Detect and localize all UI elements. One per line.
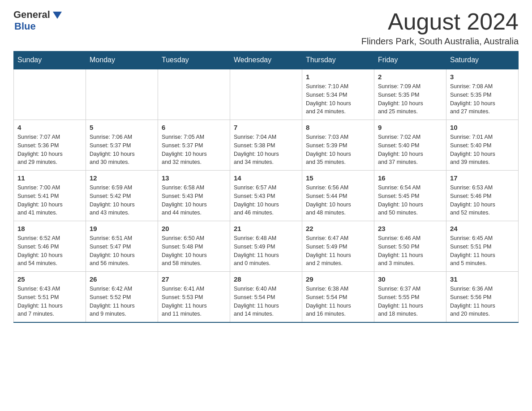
day-info: Sunrise: 6:48 AMSunset: 5:49 PMDaylight:… (234, 234, 298, 268)
day-number: 30 (378, 275, 442, 283)
calendar-cell: 9Sunrise: 7:02 AMSunset: 5:40 PMDaylight… (374, 120, 446, 171)
day-number: 13 (162, 174, 226, 182)
calendar-cell: 16Sunrise: 6:54 AMSunset: 5:45 PMDayligh… (374, 171, 446, 221)
logo: General Blue (13, 9, 62, 32)
day-info: Sunrise: 6:36 AMSunset: 5:56 PMDaylight:… (450, 285, 515, 318)
day-number: 9 (378, 124, 442, 131)
day-info: Sunrise: 6:37 AMSunset: 5:55 PMDaylight:… (378, 285, 442, 318)
calendar-cell: 28Sunrise: 6:40 AMSunset: 5:54 PMDayligh… (230, 272, 302, 323)
day-info: Sunrise: 6:57 AMSunset: 5:43 PMDaylight:… (234, 184, 298, 217)
day-info: Sunrise: 6:42 AMSunset: 5:52 PMDaylight:… (90, 285, 154, 318)
day-info: Sunrise: 7:07 AMSunset: 5:36 PMDaylight:… (17, 133, 82, 167)
calendar-cell (230, 69, 302, 120)
day-info: Sunrise: 7:06 AMSunset: 5:37 PMDaylight:… (90, 133, 154, 167)
day-info: Sunrise: 6:53 AMSunset: 5:46 PMDaylight:… (450, 184, 515, 217)
day-info: Sunrise: 6:56 AMSunset: 5:44 PMDaylight:… (306, 184, 370, 217)
calendar-cell: 23Sunrise: 6:46 AMSunset: 5:50 PMDayligh… (374, 221, 446, 272)
day-info: Sunrise: 7:09 AMSunset: 5:35 PMDaylight:… (378, 82, 442, 116)
day-number: 3 (450, 73, 515, 81)
day-info: Sunrise: 6:41 AMSunset: 5:53 PMDaylight:… (162, 285, 226, 318)
day-number: 1 (306, 73, 370, 81)
day-number: 12 (90, 174, 154, 182)
day-number: 24 (450, 225, 515, 232)
day-number: 25 (17, 275, 82, 283)
day-info: Sunrise: 7:03 AMSunset: 5:39 PMDaylight:… (306, 133, 370, 167)
calendar-cell: 29Sunrise: 6:38 AMSunset: 5:54 PMDayligh… (302, 272, 374, 323)
calendar-cell: 15Sunrise: 6:56 AMSunset: 5:44 PMDayligh… (302, 171, 374, 221)
calendar-cell: 20Sunrise: 6:50 AMSunset: 5:48 PMDayligh… (158, 221, 230, 272)
day-info: Sunrise: 6:52 AMSunset: 5:46 PMDaylight:… (17, 234, 82, 268)
day-number: 19 (90, 225, 154, 232)
day-number: 27 (162, 275, 226, 283)
calendar-cell (14, 69, 86, 120)
day-info: Sunrise: 6:51 AMSunset: 5:47 PMDaylight:… (90, 234, 154, 268)
day-info: Sunrise: 6:43 AMSunset: 5:51 PMDaylight:… (17, 285, 82, 318)
day-number: 4 (17, 124, 82, 131)
calendar-header-row: SundayMondayTuesdayWednesdayThursdayFrid… (14, 51, 519, 69)
calendar-week-row: 18Sunrise: 6:52 AMSunset: 5:46 PMDayligh… (14, 221, 519, 272)
day-info: Sunrise: 7:10 AMSunset: 5:34 PMDaylight:… (306, 82, 370, 116)
calendar-cell: 26Sunrise: 6:42 AMSunset: 5:52 PMDayligh… (86, 272, 158, 323)
calendar-cell: 31Sunrise: 6:36 AMSunset: 5:56 PMDayligh… (446, 272, 519, 323)
calendar-cell: 11Sunrise: 7:00 AMSunset: 5:41 PMDayligh… (14, 171, 86, 221)
logo-triangle-icon (53, 12, 62, 19)
day-number: 7 (234, 124, 298, 131)
calendar-cell: 30Sunrise: 6:37 AMSunset: 5:55 PMDayligh… (374, 272, 446, 323)
calendar-week-row: 11Sunrise: 7:00 AMSunset: 5:41 PMDayligh… (14, 171, 519, 221)
day-info: Sunrise: 6:47 AMSunset: 5:49 PMDaylight:… (306, 234, 370, 268)
calendar-week-row: 1Sunrise: 7:10 AMSunset: 5:34 PMDaylight… (14, 69, 519, 120)
calendar-cell: 4Sunrise: 7:07 AMSunset: 5:36 PMDaylight… (14, 120, 86, 171)
calendar-cell: 25Sunrise: 6:43 AMSunset: 5:51 PMDayligh… (14, 272, 86, 323)
weekday-header-tuesday: Tuesday (158, 51, 230, 69)
day-number: 5 (90, 124, 154, 131)
calendar-cell: 13Sunrise: 6:58 AMSunset: 5:43 PMDayligh… (158, 171, 230, 221)
day-info: Sunrise: 7:00 AMSunset: 5:41 PMDaylight:… (17, 184, 82, 217)
weekday-header-monday: Monday (86, 51, 158, 69)
weekday-header-thursday: Thursday (302, 51, 374, 69)
calendar-cell: 2Sunrise: 7:09 AMSunset: 5:35 PMDaylight… (374, 69, 446, 120)
day-number: 17 (450, 174, 515, 182)
day-number: 28 (234, 275, 298, 283)
calendar-cell: 5Sunrise: 7:06 AMSunset: 5:37 PMDaylight… (86, 120, 158, 171)
page-header: General Blue August 2024 Flinders Park, … (13, 9, 519, 47)
day-info: Sunrise: 6:54 AMSunset: 5:45 PMDaylight:… (378, 184, 442, 217)
calendar-cell: 10Sunrise: 7:01 AMSunset: 5:40 PMDayligh… (446, 120, 519, 171)
logo-blue-text: Blue (14, 21, 36, 32)
day-number: 8 (306, 124, 370, 131)
day-number: 10 (450, 124, 515, 131)
day-info: Sunrise: 6:40 AMSunset: 5:54 PMDaylight:… (234, 285, 298, 318)
day-info: Sunrise: 7:04 AMSunset: 5:38 PMDaylight:… (234, 133, 298, 167)
calendar-cell: 8Sunrise: 7:03 AMSunset: 5:39 PMDaylight… (302, 120, 374, 171)
logo-general-text: General (13, 9, 50, 21)
day-number: 21 (234, 225, 298, 232)
calendar-cell: 27Sunrise: 6:41 AMSunset: 5:53 PMDayligh… (158, 272, 230, 323)
calendar-cell (158, 69, 230, 120)
day-number: 31 (450, 275, 515, 283)
day-number: 20 (162, 225, 226, 232)
calendar-cell: 12Sunrise: 6:59 AMSunset: 5:42 PMDayligh… (86, 171, 158, 221)
day-info: Sunrise: 6:58 AMSunset: 5:43 PMDaylight:… (162, 184, 226, 217)
calendar-cell: 22Sunrise: 6:47 AMSunset: 5:49 PMDayligh… (302, 221, 374, 272)
weekday-header-sunday: Sunday (14, 51, 86, 69)
day-number: 11 (17, 174, 82, 182)
day-info: Sunrise: 6:38 AMSunset: 5:54 PMDaylight:… (306, 285, 370, 318)
calendar-cell: 7Sunrise: 7:04 AMSunset: 5:38 PMDaylight… (230, 120, 302, 171)
day-number: 14 (234, 174, 298, 182)
day-info: Sunrise: 6:45 AMSunset: 5:51 PMDaylight:… (450, 234, 515, 268)
day-number: 29 (306, 275, 370, 283)
calendar-cell: 17Sunrise: 6:53 AMSunset: 5:46 PMDayligh… (446, 171, 519, 221)
calendar-week-row: 25Sunrise: 6:43 AMSunset: 5:51 PMDayligh… (14, 272, 519, 323)
calendar-cell: 6Sunrise: 7:05 AMSunset: 5:37 PMDaylight… (158, 120, 230, 171)
day-info: Sunrise: 6:59 AMSunset: 5:42 PMDaylight:… (90, 184, 154, 217)
day-info: Sunrise: 7:05 AMSunset: 5:37 PMDaylight:… (162, 133, 226, 167)
day-info: Sunrise: 7:02 AMSunset: 5:40 PMDaylight:… (378, 133, 442, 167)
month-title: August 2024 (361, 9, 519, 34)
day-info: Sunrise: 7:01 AMSunset: 5:40 PMDaylight:… (450, 133, 515, 167)
calendar-week-row: 4Sunrise: 7:07 AMSunset: 5:36 PMDaylight… (14, 120, 519, 171)
day-number: 22 (306, 225, 370, 232)
day-info: Sunrise: 7:08 AMSunset: 5:35 PMDaylight:… (450, 82, 515, 116)
day-info: Sunrise: 6:46 AMSunset: 5:50 PMDaylight:… (378, 234, 442, 268)
calendar-cell: 14Sunrise: 6:57 AMSunset: 5:43 PMDayligh… (230, 171, 302, 221)
calendar-cell: 24Sunrise: 6:45 AMSunset: 5:51 PMDayligh… (446, 221, 519, 272)
calendar-cell: 18Sunrise: 6:52 AMSunset: 5:46 PMDayligh… (14, 221, 86, 272)
